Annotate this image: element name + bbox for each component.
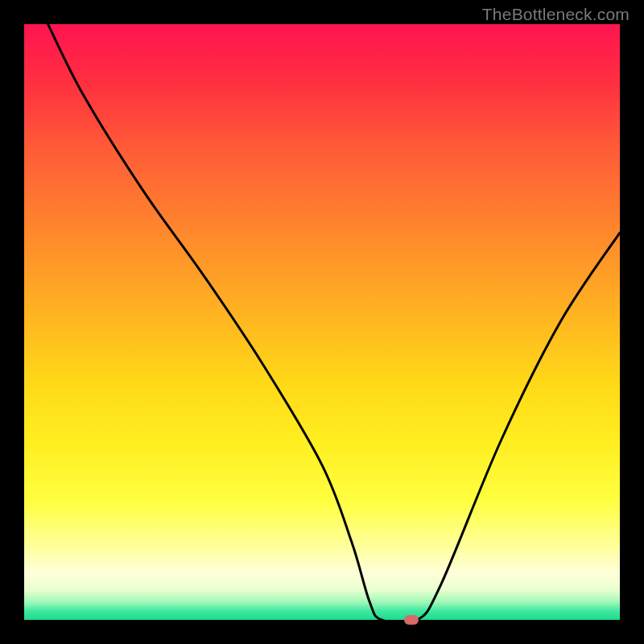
- curve-svg: [24, 24, 620, 620]
- curve-path: [48, 24, 620, 620]
- chart-frame: TheBottleneck.com: [0, 0, 644, 644]
- watermark-text: TheBottleneck.com: [482, 5, 630, 24]
- minimum-marker: [404, 615, 419, 625]
- plot-area: [24, 24, 620, 620]
